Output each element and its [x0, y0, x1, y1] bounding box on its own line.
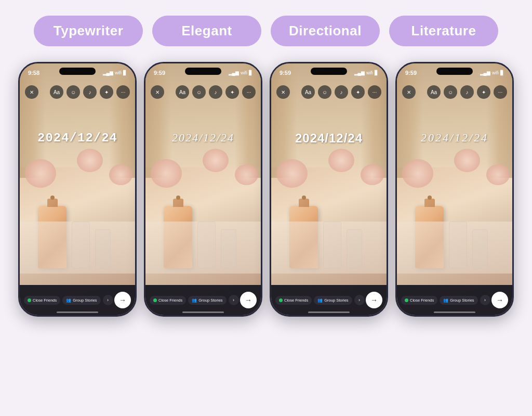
- flower-1a: [25, 159, 56, 188]
- home-indicator-2: [182, 311, 224, 313]
- phone-elegant: 9:59 ▂▄▆ wifi ▊ ✕ Aa ☺: [144, 62, 262, 317]
- close-button-1[interactable]: ✕: [25, 85, 38, 99]
- bed-pattern-1: [20, 222, 135, 274]
- battery-icon-2: ▊: [249, 70, 252, 75]
- signal-icon-1: ▂▄▆: [103, 70, 113, 75]
- status-bar-4: 9:59 ▂▄▆ wifi ▊: [397, 63, 512, 82]
- phone-literature: 9:59 ▂▄▆ wifi ▊ ✕ Aa ☺: [395, 62, 514, 317]
- send-arrow-2[interactable]: →: [240, 292, 257, 308]
- wifi-icon-2: wifi: [241, 70, 247, 75]
- label-directional[interactable]: Directional: [271, 16, 380, 46]
- effects-icon-1[interactable]: ✦: [100, 85, 113, 99]
- toolbar-right-4: Aa ☺ ♪ ✦ ···: [427, 85, 507, 99]
- group-stories-btn-2[interactable]: 👥 Group Stories: [188, 296, 226, 305]
- date-text-2: 2024/12/24: [172, 131, 234, 144]
- date-text-4: 2024/12/24: [421, 131, 488, 144]
- close-friends-btn-4[interactable]: Close Friends: [401, 296, 437, 305]
- date-overlay-2: 2024/12/24: [145, 131, 261, 145]
- more-icon-2[interactable]: ···: [242, 85, 256, 99]
- label-elegant[interactable]: Elegant: [152, 16, 261, 46]
- side-left-3: [270, 105, 271, 149]
- flower-3c: [361, 164, 384, 185]
- music-icon-4[interactable]: ♪: [460, 85, 474, 99]
- close-button-2[interactable]: ✕: [151, 85, 164, 99]
- status-icons-2: ▂▄▆ wifi ▊: [229, 70, 252, 75]
- close-button-3[interactable]: ✕: [276, 85, 290, 99]
- bottom-options-1: Close Friends 👥 Group Stories ›: [24, 295, 113, 305]
- music-icon-1[interactable]: ♪: [83, 85, 97, 99]
- phone-typewriter: 9:58 ▂▄▆ wifi ▊ ✕ Aa ☺: [18, 62, 137, 317]
- toolbar-2: ✕ Aa ☺ ♪ ✦ ···: [145, 82, 261, 102]
- side-left-2: [144, 105, 145, 149]
- group-icon-3: 👥: [317, 298, 323, 303]
- perfume-scene-3: [271, 149, 387, 274]
- side-left-4: [395, 105, 396, 149]
- more-icon-4[interactable]: ···: [494, 85, 507, 99]
- status-time-4: 9:59: [405, 70, 417, 76]
- label-typewriter[interactable]: Typewriter: [34, 16, 143, 46]
- group-stories-btn-3[interactable]: 👥 Group Stories: [314, 296, 352, 305]
- phone-screen-3: 9:59 ▂▄▆ wifi ▊ ✕ Aa ☺: [271, 63, 387, 315]
- page-container: Typewriter Elegant Directional Literatur…: [0, 0, 532, 416]
- signal-icon-2: ▂▄▆: [229, 70, 239, 75]
- close-button-4[interactable]: ✕: [402, 85, 416, 99]
- toolbar-left-2: ✕: [151, 85, 164, 99]
- flower-1c: [109, 164, 132, 185]
- sticker-icon-2[interactable]: ☺: [192, 85, 206, 99]
- text-icon-4[interactable]: Aa: [427, 85, 441, 99]
- group-icon-1: 👥: [66, 298, 71, 303]
- status-time-2: 9:59: [154, 70, 165, 76]
- status-bar-2: 9:59 ▂▄▆ wifi ▊: [145, 63, 261, 82]
- group-stories-btn-4[interactable]: 👥 Group Stories: [440, 296, 477, 305]
- toolbar-3: ✕ Aa ☺ ♪ ✦ ···: [271, 82, 387, 102]
- perfume-scene-1: [20, 149, 135, 274]
- sticker-icon-4[interactable]: ☺: [444, 85, 457, 99]
- text-icon-1[interactable]: Aa: [50, 85, 63, 99]
- close-friends-btn-1[interactable]: Close Friends: [24, 296, 60, 305]
- effects-icon-2[interactable]: ✦: [225, 85, 239, 99]
- green-dot-2: [153, 298, 157, 302]
- home-indicator-4: [434, 311, 475, 313]
- flower-4a: [402, 159, 433, 188]
- perfume-scene-2: [145, 149, 261, 274]
- send-arrow-1[interactable]: →: [114, 292, 131, 308]
- close-friends-btn-3[interactable]: Close Friends: [275, 296, 312, 305]
- phone-frame-elegant: 9:59 ▂▄▆ wifi ▊ ✕ Aa ☺: [144, 62, 262, 317]
- date-overlay-1: 2024/12/24: [20, 131, 135, 145]
- chevron-btn-1[interactable]: ›: [103, 295, 113, 305]
- bottom-options-4: Close Friends 👥 Group Stories ›: [401, 295, 490, 305]
- music-icon-3[interactable]: ♪: [335, 85, 348, 99]
- close-friends-label-2: Close Friends: [158, 298, 182, 303]
- flower-2a: [151, 159, 182, 188]
- chevron-btn-4[interactable]: ›: [480, 295, 490, 305]
- sticker-icon-3[interactable]: ☺: [318, 85, 331, 99]
- chevron-btn-3[interactable]: ›: [354, 295, 365, 305]
- phone-frame-typewriter: 9:58 ▂▄▆ wifi ▊ ✕ Aa ☺: [18, 62, 137, 317]
- status-time-3: 9:59: [280, 70, 291, 76]
- group-stories-btn-1[interactable]: 👥 Group Stories: [62, 296, 100, 305]
- chevron-btn-2[interactable]: ›: [229, 295, 239, 305]
- status-time-1: 9:58: [28, 70, 39, 76]
- effects-icon-3[interactable]: ✦: [351, 85, 365, 99]
- toolbar-left-4: ✕: [402, 85, 416, 99]
- more-icon-3[interactable]: ···: [368, 85, 381, 99]
- label-literature[interactable]: Literature: [389, 16, 498, 46]
- sticker-icon-1[interactable]: ☺: [66, 85, 80, 99]
- more-icon-1[interactable]: ···: [116, 85, 130, 99]
- text-icon-2[interactable]: Aa: [176, 85, 189, 99]
- group-stories-label-1: Group Stories: [73, 298, 97, 303]
- send-arrow-3[interactable]: →: [366, 292, 382, 308]
- music-icon-2[interactable]: ♪: [209, 85, 222, 99]
- date-overlay-4: 2024/12/24: [397, 131, 512, 145]
- text-icon-3[interactable]: Aa: [301, 85, 315, 99]
- close-friends-btn-2[interactable]: Close Friends: [150, 296, 186, 305]
- phone-screen-2: 9:59 ▂▄▆ wifi ▊ ✕ Aa ☺: [145, 63, 261, 315]
- bottom-bar-2: Close Friends 👥 Group Stories › →: [145, 285, 261, 315]
- perfume-scene-4: [397, 149, 512, 274]
- phone-frame-directional: 9:59 ▂▄▆ wifi ▊ ✕ Aa ☺: [270, 62, 388, 317]
- status-bar-1: 9:58 ▂▄▆ wifi ▊: [20, 63, 135, 82]
- effects-icon-4[interactable]: ✦: [477, 85, 490, 99]
- send-arrow-4[interactable]: →: [491, 292, 508, 308]
- side-left-1: [18, 105, 19, 149]
- flower-2b: [203, 149, 229, 172]
